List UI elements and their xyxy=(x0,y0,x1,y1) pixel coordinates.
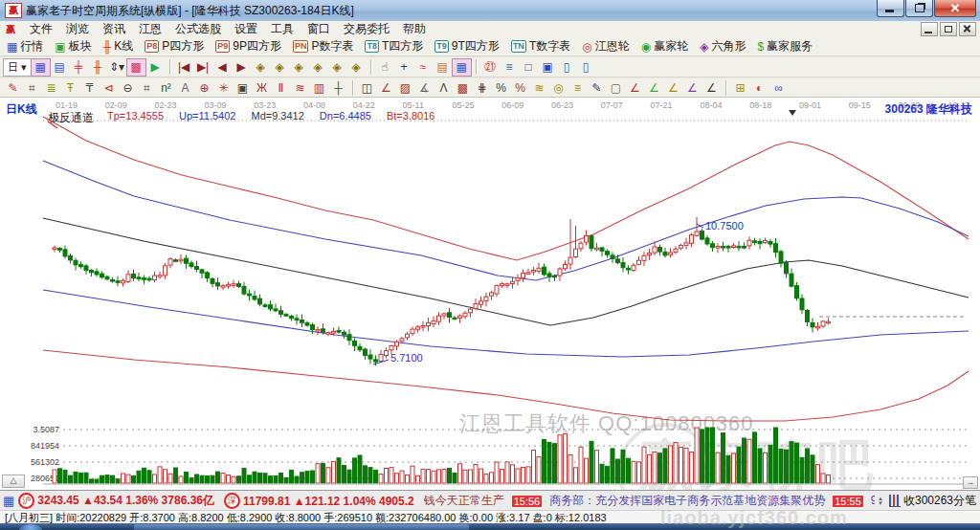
slope-tool-2-icon[interactable]: ∠ xyxy=(626,79,644,96)
slope-tool-3-icon[interactable]: ∠ xyxy=(645,79,663,96)
percent-tool-2-icon[interactable]: % xyxy=(511,79,529,96)
quote-button[interactable]: ▦行情 xyxy=(4,37,46,55)
play-icon[interactable]: ▶ xyxy=(146,59,165,76)
zoom-tool-4-icon[interactable]: ◈ xyxy=(309,59,327,76)
save-icon[interactable]: ▣ xyxy=(539,59,557,76)
box-tool-icon[interactable]: ▣ xyxy=(234,79,252,96)
calendar-icon[interactable]: ㉑ xyxy=(481,59,500,76)
period-day-dropdown-icon[interactable]: 日 ▾ xyxy=(4,59,31,76)
close-button[interactable] xyxy=(934,0,976,17)
news-item-4[interactable]: 9月6日电，日本首相岸田文 xyxy=(871,493,875,509)
9p-square-button[interactable]: P99P四方形 xyxy=(212,37,284,55)
angle-a-tool-icon[interactable]: A xyxy=(176,79,194,96)
cross-tool-icon[interactable]: + xyxy=(395,59,413,76)
gann-wheel-button[interactable]: ◎江恩轮 xyxy=(579,37,632,55)
zoom-tool-5-icon[interactable]: ◈ xyxy=(328,59,346,76)
menu-item-2[interactable]: 资讯 xyxy=(96,20,132,38)
mdi-minimize-button[interactable] xyxy=(921,22,938,36)
quote-grid-icon[interactable]: ▦ xyxy=(3,494,14,508)
hexagon-button[interactable]: ◈六角形 xyxy=(697,37,748,55)
scale-dropdown-icon[interactable]: ⇕▾ xyxy=(108,59,126,76)
hatch-tool-icon[interactable]: ▩ xyxy=(454,79,472,96)
zoom-tool-2-icon[interactable]: ◈ xyxy=(271,59,289,76)
kline-button[interactable]: ╫K线 xyxy=(100,37,137,55)
menu-item-7[interactable]: 窗口 xyxy=(301,20,337,38)
gold-lines-tool-icon[interactable]: ≡ xyxy=(568,79,587,96)
winner-service-button[interactable]: $赢家服务 xyxy=(754,37,815,55)
mdi-restore-button[interactable] xyxy=(940,22,957,36)
news-item-2[interactable]: 商务部：充分发挥国家电子商务示范基地资源集聚优势 xyxy=(549,493,825,509)
peak-tool-icon[interactable]: Λ xyxy=(434,79,453,96)
chart-style-2-icon[interactable]: ▤ xyxy=(51,59,69,76)
grid-plus-tool-icon[interactable]: ⊞ xyxy=(731,79,749,96)
wave-tool-icon[interactable]: ≈ xyxy=(414,59,433,76)
first-page-icon[interactable]: |◀ xyxy=(175,59,193,76)
hash-tool-icon[interactable]: ⌗ xyxy=(23,79,41,96)
shenzhen-index-quote[interactable]: 11799.81 ▲121.12 1.04% 4905.2 xyxy=(243,495,414,508)
cross-lines-tool-icon[interactable]: ┼ xyxy=(329,79,347,96)
panel-window-icon[interactable]: □ xyxy=(520,59,538,76)
p-table-button[interactable]: PNP数字表 xyxy=(290,37,357,55)
slope-tool-5-icon[interactable]: ∠ xyxy=(683,79,702,96)
pencil-tool-icon[interactable]: ✎ xyxy=(4,79,22,96)
zigzag-tool-icon[interactable]: Ж xyxy=(253,79,271,96)
shade-tool-icon[interactable]: ▨ xyxy=(396,79,414,96)
menu-item-6[interactable]: 工具 xyxy=(264,20,301,38)
n2-tool-icon[interactable]: n² xyxy=(157,79,175,96)
9t-square-button[interactable]: T99T四方形 xyxy=(432,37,502,55)
last-page-icon[interactable]: ▶| xyxy=(194,59,212,76)
prev-bar-icon[interactable]: ◀ xyxy=(213,59,232,76)
winner-wheel-button[interactable]: ◉赢家轮 xyxy=(638,37,691,55)
grid-box-tool-icon[interactable]: ▥ xyxy=(310,79,328,96)
chart-style-1-icon[interactable]: ▦ xyxy=(32,59,50,76)
frame-tool-icon[interactable]: ▢ xyxy=(607,79,625,96)
gold-circle-tool-icon[interactable]: ◎ xyxy=(549,79,568,96)
news-item-0[interactable]: 钱今天正常生产 xyxy=(424,493,504,509)
shanghai-index-quote[interactable]: 3243.45 ▲43.54 1.36% 3786.36亿 xyxy=(37,493,214,509)
bars-tool-icon[interactable]: Ⅱ xyxy=(272,79,290,96)
star-tool-icon[interactable]: ✳ xyxy=(214,79,233,96)
grid-tool-icon[interactable]: ▦ xyxy=(453,59,471,76)
menu-item-3[interactable]: 江恩 xyxy=(132,20,168,38)
menu-item-0[interactable]: 文件 xyxy=(23,20,59,38)
waves-tool-icon[interactable]: ≋ xyxy=(291,79,309,96)
kline-mix-icon[interactable]: ▩ xyxy=(127,59,145,76)
menu-item-9[interactable]: 帮助 xyxy=(396,20,433,38)
sector-button[interactable]: ▣板块 xyxy=(52,37,94,55)
mdi-close-button[interactable] xyxy=(959,22,976,36)
start-orb-icon[interactable] xyxy=(19,524,42,530)
menu-item-4[interactable]: 公式选股 xyxy=(168,20,228,38)
calculator-icon[interactable]: ≡ xyxy=(501,59,519,76)
zoom-tool-6-icon[interactable]: ◈ xyxy=(347,59,366,76)
menu-item-5[interactable]: 设置 xyxy=(228,20,264,38)
hand-tool-icon[interactable]: ☝ xyxy=(376,59,394,76)
circle-tool-icon[interactable]: ⊖ xyxy=(119,79,137,96)
gann-line-2-icon[interactable]: Ŧ xyxy=(61,79,79,96)
workstation-2-icon[interactable]: ▯ xyxy=(577,59,595,76)
zoom-tool-1-icon[interactable]: ◈ xyxy=(252,59,270,76)
hash-tool-2-icon[interactable]: ⌗ xyxy=(138,79,156,96)
flag-tool-icon[interactable]: ⊲ xyxy=(100,79,118,96)
scroll-right-button[interactable]: → xyxy=(963,476,978,489)
chart-area[interactable]: 江恩工具软件 QQ:100800360 赢家聊吧 日K线 01-1902-090… xyxy=(0,98,980,490)
menu-item-1[interactable]: 浏览 xyxy=(59,20,96,38)
gold-wave-tool-icon[interactable]: ≋ xyxy=(530,79,548,96)
column-tool-icon[interactable]: ◫ xyxy=(358,79,376,96)
next-bar-icon[interactable]: ▶ xyxy=(233,59,251,76)
restore-button[interactable] xyxy=(905,0,933,17)
workstation-1-icon[interactable]: ▯ xyxy=(558,59,576,76)
p-square-button[interactable]: P8P四方形 xyxy=(142,37,207,55)
target-tool-icon[interactable]: ⊕ xyxy=(195,79,213,96)
t-square-button[interactable]: T8T四方形 xyxy=(362,37,426,55)
angle-tool-icon[interactable]: ∡ xyxy=(415,79,434,96)
news-ticker[interactable]: 钱今天正常生产15:56商务部：充分发挥国家电子商务示范基地资源集聚优势15:5… xyxy=(424,493,875,509)
slope-tool-1-icon[interactable]: ∠ xyxy=(377,79,395,96)
infinity-tool-icon[interactable]: ∞ xyxy=(769,79,788,96)
kline-style-2-icon[interactable]: ╫ xyxy=(89,59,107,76)
knife-tool-icon[interactable]: ✎ xyxy=(588,79,606,96)
menu-item-8[interactable]: 交易委托 xyxy=(337,20,396,38)
spinner-down-icon[interactable]: ▼ xyxy=(878,501,883,506)
gann-line-1-icon[interactable]: ≣ xyxy=(42,79,60,96)
taskbar-app-button[interactable] xyxy=(134,524,469,530)
zoom-tool-3-icon[interactable]: ◈ xyxy=(290,59,308,76)
